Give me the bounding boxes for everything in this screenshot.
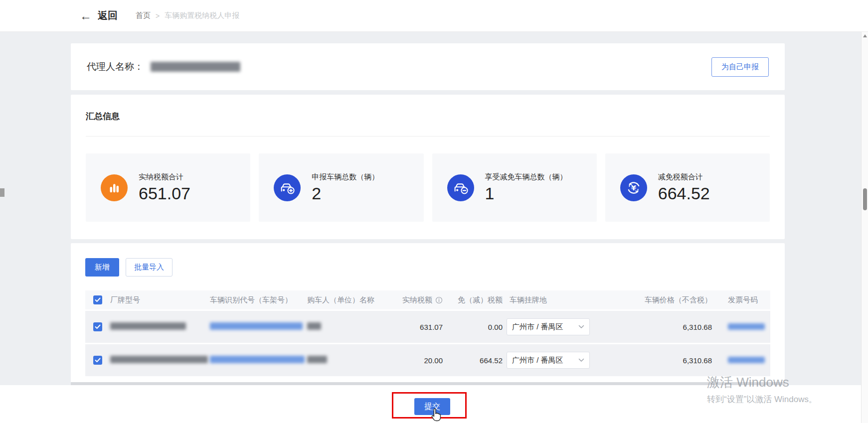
car-plus-icon [274, 174, 301, 201]
back-button[interactable]: 返回 [98, 9, 118, 22]
stat-label: 享受减免车辆总数（辆） [485, 172, 567, 182]
stat-label: 减免税额合计 [658, 172, 710, 182]
batch-import-button[interactable]: 批量导入 [126, 258, 173, 277]
red-annotation-box: 提交 [392, 392, 467, 419]
agent-name-label: 代理人名称： [87, 60, 144, 73]
col-header-location: 车辆挂牌地 [507, 295, 609, 305]
price-value: 6,310.68 [609, 356, 716, 365]
svg-text:¥: ¥ [631, 183, 637, 192]
row-checkbox[interactable] [93, 322, 102, 331]
col-header-exempt: 免（减）税额 [447, 295, 507, 305]
stat-label: 申报车辆总数（辆） [312, 172, 379, 182]
col-header-buyer: 购车人（单位）名称 [307, 295, 387, 305]
watermark-line2: 转到“设置”以激活 Windows。 [707, 394, 817, 405]
vin-link-redacted[interactable] [210, 356, 305, 363]
summary-title: 汇总信息 [86, 95, 770, 122]
invoice-link-redacted[interactable] [728, 323, 765, 330]
car-minus-icon [447, 174, 474, 201]
table-row: 20.00 664.52 广州市 / 番禺区 6,310.68 [85, 344, 770, 376]
agent-info-card: 代理人名称： 为自己申报 [71, 43, 785, 90]
divider [86, 136, 770, 137]
col-header-vin: 车辆识别代号（车架号） [210, 295, 307, 305]
vertical-scrollbar[interactable] [861, 32, 868, 423]
stat-label: 实纳税额合计 [139, 172, 190, 182]
stat-value: 664.52 [658, 184, 710, 203]
invoice-link-redacted[interactable] [728, 357, 765, 363]
location-value: 广州市 / 番禺区 [512, 322, 578, 332]
model-redacted [110, 322, 186, 330]
summary-card: 汇总信息 实纳税额合计 651.07 [71, 95, 785, 239]
select-all-checkbox[interactable] [93, 295, 102, 304]
scrollbar-up-arrow-icon[interactable] [863, 34, 867, 37]
bar-chart-icon [101, 174, 128, 201]
hand-cursor-icon [430, 408, 444, 423]
chevron-down-icon [578, 358, 584, 362]
vehicle-table-card: 新增 批量导入 厂牌型号 车辆识别代号（车架号） 购车人（单位）名称 实纳税额 … [71, 243, 785, 384]
windows-activation-watermark: 激活 Windows 转到“设置”以激活 Windows。 [707, 374, 817, 405]
table-header-row: 厂牌型号 车辆识别代号（车架号） 购车人（单位）名称 实纳税额 免（减）税额 车… [85, 290, 770, 309]
col-header-tax: 实纳税额 [402, 295, 432, 305]
agent-name-redacted [151, 62, 240, 72]
chevron-down-icon [578, 325, 584, 329]
back-arrow-icon[interactable]: ← [80, 10, 92, 22]
stat-card-exempt-tax: ¥ 减免税额合计 664.52 [605, 153, 770, 222]
stat-row: 实纳税额合计 651.07 申报车辆总数（辆） 2 [86, 153, 770, 222]
col-header-model: 厂牌型号 [110, 295, 210, 305]
yen-refresh-icon: ¥ [620, 174, 647, 201]
location-value: 广州市 / 番禺区 [512, 356, 578, 365]
watermark-line1: 激活 Windows [707, 374, 817, 391]
buyer-redacted [307, 322, 321, 330]
location-select[interactable]: 广州市 / 番禺区 [507, 318, 590, 335]
breadcrumb-home[interactable]: 首页 [136, 11, 151, 20]
tax-value: 20.00 [387, 356, 447, 365]
row-checkbox[interactable] [93, 356, 102, 365]
self-declare-button[interactable]: 为自己申报 [711, 57, 769, 77]
price-value: 6,310.68 [609, 323, 716, 331]
col-header-price: 车辆价格（不含税） [609, 295, 716, 305]
exempt-value: 0.00 [447, 323, 507, 331]
topbar: ← 返回 首页 > 车辆购置税纳税人申报 [0, 0, 868, 32]
vin-link-redacted[interactable] [210, 322, 303, 330]
stat-value: 2 [312, 184, 379, 203]
stat-card-exempt-count: 享受减免车辆总数（辆） 1 [432, 153, 597, 222]
tax-value: 631.07 [387, 323, 447, 331]
location-select[interactable]: 广州市 / 番禺区 [507, 352, 590, 369]
add-button[interactable]: 新增 [85, 258, 119, 277]
model-redacted [110, 356, 208, 363]
stat-card-total-tax: 实纳税额合计 651.07 [86, 153, 250, 222]
stat-card-vehicle-count: 申报车辆总数（辆） 2 [259, 153, 423, 222]
breadcrumb-separator: > [156, 12, 160, 20]
col-header-invoice: 发票号码 [716, 295, 770, 305]
buyer-redacted [307, 356, 327, 363]
left-edge-handle [0, 188, 4, 197]
scrollbar-thumb[interactable] [863, 188, 867, 210]
breadcrumb-current: 车辆购置税纳税人申报 [165, 11, 239, 20]
info-icon[interactable] [435, 296, 443, 304]
exempt-value: 664.52 [447, 356, 507, 365]
stat-value: 651.07 [139, 184, 190, 203]
page: ← 返回 首页 > 车辆购置税纳税人申报 代理人名称： 为自己申报 汇总信息 实… [0, 0, 868, 423]
stat-value: 1 [485, 184, 567, 203]
table-row: 631.07 0.00 广州市 / 番禺区 6,310.68 [85, 311, 770, 343]
